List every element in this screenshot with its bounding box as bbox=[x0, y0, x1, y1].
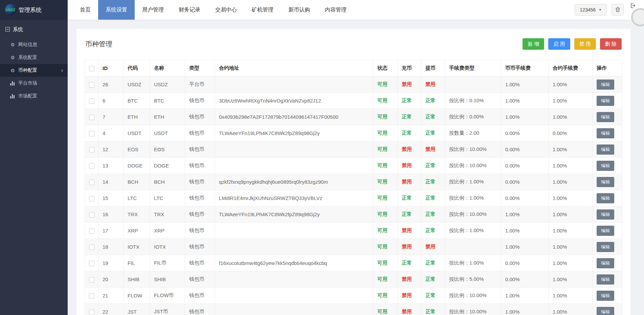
card-header: 币种管理 新 增启 用禁 用删 除 bbox=[85, 38, 622, 50]
cell-code: SHIB bbox=[124, 271, 150, 288]
sidebar-item-label: 平台市场 bbox=[18, 80, 37, 86]
topnav-item[interactable]: 系统设置 bbox=[98, 0, 135, 20]
cell-actions: 编辑 bbox=[593, 206, 622, 223]
cell-fee-type: 按比例：10.00% bbox=[445, 206, 501, 223]
cell-coin-fee: 0.00% bbox=[501, 141, 549, 158]
topnav-item[interactable]: 新币认购 bbox=[281, 0, 317, 20]
row-checkbox[interactable] bbox=[89, 115, 94, 120]
row-checkbox[interactable] bbox=[89, 98, 94, 104]
cell-coin-fee: 1.00% bbox=[501, 76, 549, 93]
cell-deposit-status: 正常 bbox=[398, 206, 421, 223]
cell-fee-type: 按比例：1.00% bbox=[445, 255, 501, 271]
cell-withdraw-status: 正常 bbox=[421, 255, 445, 271]
column-header: 合约手续费 bbox=[549, 60, 593, 76]
cell-contract-address: 3DbUz6WwhRtXgTnN4nrDgXkVaNZvp82J12 bbox=[215, 93, 373, 109]
cell-withdraw-status: 正常 bbox=[421, 109, 445, 125]
table-row: 21 FLOW FLOW币 钱包币 可用 禁用 正常 按比例：10.00% 1.… bbox=[85, 288, 622, 304]
table-header-row: ID代码名称类型合约地址状态充币提币手续费类型币币手续费合约手续费操作 bbox=[85, 60, 622, 76]
cell-code: BTC bbox=[124, 93, 150, 109]
cell-contract-fee: 1.00% bbox=[549, 109, 593, 125]
table-row: 13 DOGE DOGE 钱包币 可用 禁用 正常 按比例：10.00% 0.0… bbox=[85, 158, 622, 174]
row-checkbox[interactable] bbox=[89, 131, 94, 136]
cell-type: 钱包币 bbox=[185, 93, 215, 109]
cell-coin-fee: 0.00% bbox=[501, 174, 549, 190]
cell-status: 可用 bbox=[373, 288, 398, 304]
column-header: 状态 bbox=[373, 60, 398, 76]
topnav-item[interactable]: 首页 bbox=[72, 0, 98, 20]
edit-button[interactable]: 编辑 bbox=[597, 242, 614, 252]
select-all-checkbox[interactable] bbox=[89, 66, 94, 71]
edit-button[interactable]: 编辑 bbox=[597, 144, 614, 155]
delete-button[interactable]: 删 除 bbox=[600, 38, 622, 50]
cell-type: 钱包币 bbox=[185, 271, 215, 288]
edit-button[interactable]: 编辑 bbox=[597, 96, 614, 106]
row-checkbox[interactable] bbox=[89, 180, 94, 185]
cell-type: 钱包币 bbox=[185, 109, 215, 125]
cell-withdraw-status: 正常 bbox=[421, 271, 445, 288]
cell-fee-type: 按比例：10.00% bbox=[445, 304, 501, 315]
cell-code: FIL bbox=[124, 255, 150, 271]
edit-button[interactable]: 编辑 bbox=[597, 209, 614, 220]
cell-name: ETH bbox=[150, 109, 185, 125]
edit-button[interactable]: 编辑 bbox=[597, 307, 614, 315]
edit-button[interactable]: 编辑 bbox=[597, 291, 614, 301]
cell-contract-fee: 1.00% bbox=[549, 239, 593, 255]
cell-actions: 编辑 bbox=[593, 190, 622, 206]
edit-button[interactable]: 编辑 bbox=[597, 161, 614, 171]
cell-actions: 编辑 bbox=[593, 109, 622, 125]
edit-button[interactable]: 编辑 bbox=[597, 193, 614, 203]
sidebar-item[interactable]: ⚙ 网站信息 bbox=[0, 38, 68, 51]
user-dropdown[interactable]: 123456 ▼ bbox=[575, 4, 607, 16]
cell-deposit-status: 禁用 bbox=[398, 223, 421, 239]
row-checkbox[interactable] bbox=[89, 293, 94, 299]
sidebar-item[interactable]: ⚙ 系统配置 bbox=[0, 51, 68, 64]
row-checkbox[interactable] bbox=[89, 212, 94, 218]
edit-button[interactable]: 编辑 bbox=[597, 274, 614, 285]
disable-button[interactable]: 禁 用 bbox=[574, 38, 596, 50]
topnav-item[interactable]: 交易中心 bbox=[208, 0, 244, 20]
row-checkbox[interactable] bbox=[89, 228, 94, 234]
row-checkbox[interactable] bbox=[89, 82, 94, 88]
row-checkbox[interactable] bbox=[89, 310, 94, 315]
cell-contract-address bbox=[215, 223, 373, 239]
trash-button[interactable] bbox=[612, 4, 624, 16]
column-header: ID bbox=[98, 60, 124, 76]
topnav-item[interactable]: 矿机管理 bbox=[244, 0, 281, 20]
cell-name: BTC bbox=[150, 93, 185, 109]
add-button[interactable]: 新 增 bbox=[523, 38, 544, 50]
row-checkbox[interactable] bbox=[89, 261, 94, 266]
enable-button[interactable]: 启 用 bbox=[548, 38, 570, 50]
edit-button[interactable]: 编辑 bbox=[597, 128, 614, 138]
cell-name: BCH bbox=[150, 174, 185, 190]
topnav-item[interactable]: 用户管理 bbox=[135, 0, 171, 20]
cell-contract-address: LMi8R1E4mrJkjXUhNzuSRWZTBQ33yVBLVz bbox=[215, 190, 373, 206]
row-checkbox[interactable] bbox=[89, 245, 94, 250]
cell-id: 13 bbox=[98, 158, 124, 174]
row-checkbox[interactable] bbox=[89, 277, 94, 283]
edit-button[interactable]: 编辑 bbox=[597, 80, 614, 90]
row-checkbox[interactable] bbox=[89, 163, 94, 169]
cell-withdraw-status: 正常 bbox=[421, 190, 445, 206]
column-header: 提币 bbox=[421, 60, 445, 76]
edit-button[interactable]: 编辑 bbox=[597, 258, 614, 268]
sidebar-item[interactable]: ⊙ 币种配置 bbox=[0, 64, 68, 77]
topnav-item[interactable]: 内容管理 bbox=[317, 0, 354, 20]
cell-code: TRX bbox=[124, 206, 150, 223]
cell-contract-address bbox=[215, 304, 373, 315]
cell-contract-fee: 1.00% bbox=[549, 76, 593, 93]
cell-contract-address bbox=[215, 141, 373, 158]
row-checkbox[interactable] bbox=[89, 196, 94, 201]
cell-withdraw-status: 正常 bbox=[421, 93, 445, 109]
sidebar-item[interactable]: 平台市场 bbox=[0, 77, 68, 90]
currency-management-card: 币种管理 新 增启 用禁 用删 除 ID代码名称类型合约地址状态充币提币手续费类… bbox=[76, 29, 630, 315]
logout-button[interactable] bbox=[628, 2, 637, 10]
row-checkbox[interactable] bbox=[89, 147, 94, 153]
edit-button[interactable]: 编辑 bbox=[597, 112, 614, 122]
sidebar-section-system[interactable]: 系统 bbox=[0, 20, 68, 38]
topnav-item[interactable]: 财务记录 bbox=[171, 0, 208, 20]
cell-contract-fee: 1.00% bbox=[549, 288, 593, 304]
edit-button[interactable]: 编辑 bbox=[597, 226, 614, 236]
sidebar-item[interactable]: 市场配置 bbox=[0, 90, 68, 103]
edit-button[interactable]: 编辑 bbox=[597, 177, 614, 187]
cell-code: ETH bbox=[124, 109, 150, 125]
